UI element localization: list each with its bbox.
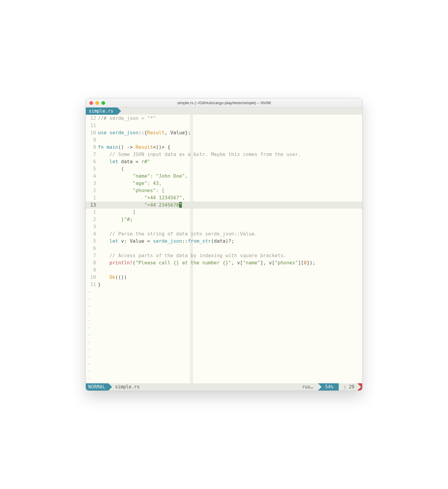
line-number: 1 — [86, 194, 98, 201]
code-line: { — [98, 165, 362, 173]
code-line: "age": 43, — [98, 180, 362, 187]
line-number: 9 — [86, 266, 98, 274]
mode-indicator: NORMAL — [86, 383, 108, 391]
line-number: 13 — [86, 201, 98, 209]
tabbar: simple.rs — [86, 107, 362, 115]
code-line: "+44 1234567", — [98, 194, 362, 201]
empty-line-tilde: ~ — [86, 317, 91, 324]
line-number: 5 — [86, 238, 98, 245]
code-line: use serde_json::{Result, Value}; — [98, 129, 362, 136]
line-number: 2 — [86, 187, 98, 194]
empty-line-tilde: ~ — [86, 339, 91, 346]
close-icon[interactable] — [89, 101, 93, 105]
line-number: 4 — [86, 230, 98, 238]
empty-line-tilde: ~ — [86, 303, 91, 310]
line-number: 7 — [86, 252, 98, 259]
code-line: "+44 2345678" — [98, 201, 362, 209]
empty-line-tilde: ~ — [86, 324, 91, 332]
line-number: 9 — [86, 136, 98, 144]
line-number: 3 — [86, 180, 98, 187]
tab-simple-rs[interactable]: simple.rs — [86, 107, 117, 115]
empty-line-tilde: ~ — [86, 295, 91, 303]
code-line: Ok(()) — [98, 274, 362, 281]
line-number: 10 — [86, 129, 98, 136]
code-line: }"#; — [98, 216, 362, 223]
zoom-icon[interactable] — [101, 101, 105, 105]
line-number: 11 — [86, 122, 98, 129]
empty-line-tilde: ~ — [86, 310, 91, 317]
line-number: 12 — [86, 115, 98, 122]
code-line: // Some JSON input data as a &str. Maybe… — [98, 151, 362, 158]
code-line: // Access parts of the data by indexing … — [98, 252, 362, 259]
code-line: //# serde_json = "*" — [98, 115, 362, 122]
code-line: "phones": [ — [98, 187, 362, 194]
cursor: " — [179, 202, 182, 208]
status-spacer — [144, 383, 300, 391]
code-line: ] — [98, 209, 362, 216]
statusbar: NORMAL simple.rs rus… 54% : 29 — [86, 383, 362, 391]
line-number: 1 — [86, 209, 98, 216]
empty-line-tilde: ~ — [86, 288, 91, 295]
code-line: let v: Value = serde_json::from_str(data… — [98, 238, 362, 245]
empty-line-tilde: ~ — [86, 332, 91, 339]
code-line: fn main() -> Result<()> { — [98, 144, 362, 151]
line-number: 8 — [86, 144, 98, 151]
code-line: let data = r#" — [98, 158, 362, 165]
minimize-icon[interactable] — [95, 101, 99, 105]
editor-window: simple.rs (~/GitHub/cargo-play/tests/sim… — [86, 98, 362, 391]
editor-area[interactable]: 12//# serde_json = "*" 11 10use serde_js… — [86, 115, 362, 383]
status-percent: 54% — [318, 383, 339, 391]
window-controls — [89, 101, 105, 105]
line-number: 3 — [86, 223, 98, 230]
line-number: 6 — [86, 158, 98, 165]
line-number: 7 — [86, 151, 98, 158]
line-number: 4 — [86, 173, 98, 180]
empty-line-tilde: ~ — [86, 375, 91, 382]
cursor-line: 13 "+44 2345678" — [86, 201, 362, 209]
line-number: 10 — [86, 274, 98, 281]
line-number: 8 — [86, 259, 98, 266]
empty-line-tilde: ~ — [86, 360, 91, 368]
code-line: } — [98, 281, 362, 288]
code-line: // Parse the string of data into serde_j… — [98, 230, 362, 238]
tab-label: simple.rs — [89, 108, 113, 114]
line-number: 5 — [86, 165, 98, 173]
code-line: println!("Please call {} at the number {… — [98, 259, 362, 266]
empty-line-tilde: ~ — [86, 368, 91, 375]
code-line: "name": "John Doe", — [98, 173, 362, 180]
titlebar[interactable]: simple.rs (~/GitHub/cargo-play/tests/sim… — [86, 98, 362, 107]
empty-line-tilde: ~ — [86, 353, 91, 360]
status-filename: simple.rs — [108, 383, 144, 391]
line-number: 2 — [86, 216, 98, 223]
window-title: simple.rs (~/GitHub/cargo-play/tests/sim… — [89, 101, 359, 105]
line-number: 11 — [86, 281, 98, 288]
status-end-cap — [357, 383, 362, 391]
empty-line-tilde: ~ — [86, 346, 91, 353]
line-number: 6 — [86, 245, 98, 252]
status-position: : 29 — [339, 383, 357, 391]
status-filetype: rus… — [300, 383, 318, 391]
